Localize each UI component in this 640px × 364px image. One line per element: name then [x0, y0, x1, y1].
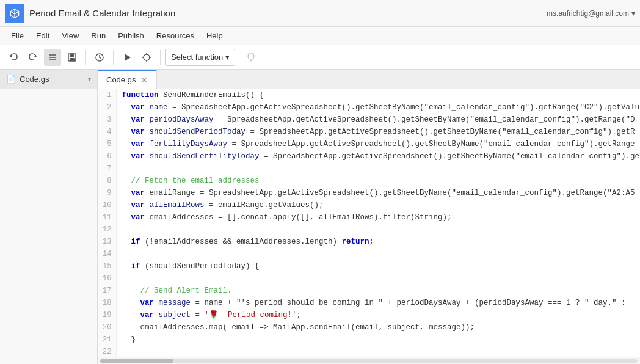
line-number: 13 — [98, 236, 117, 248]
tab-code-gs[interactable]: Code.gs ✕ — [98, 70, 157, 89]
line-content[interactable]: var shouldSendFertilityToday = Spreadshe… — [117, 150, 640, 162]
save-icon — [67, 53, 77, 62]
line-content[interactable]: function SendReminderEmails() { — [117, 89, 640, 101]
svg-rect-4 — [70, 54, 74, 57]
menu-file[interactable]: File — [5, 29, 30, 43]
svg-marker-7 — [125, 54, 131, 61]
scroll-thumb[interactable] — [100, 359, 173, 363]
table-row: 19 var subject = '🌹 Period coming!'; — [98, 309, 640, 321]
table-row: 13 if (!emailAddresses && emailAddresses… — [98, 236, 640, 248]
horizontal-scrollbar[interactable] — [98, 357, 640, 364]
table-row: 4 var shouldSendPeriodToday = Spreadshee… — [98, 126, 640, 138]
debug-button[interactable] — [138, 49, 155, 66]
table-row: 6 var shouldSendFertilityToday = Spreads… — [98, 150, 640, 162]
line-content[interactable]: var periodDaysAway = SpreadsheetApp.getA… — [117, 114, 640, 126]
user-dropdown-icon: ▾ — [631, 9, 635, 18]
line-number: 15 — [98, 260, 117, 272]
line-number: 8 — [98, 175, 117, 187]
separator-3 — [160, 50, 161, 65]
table-row: 12 — [98, 224, 640, 236]
logo-icon — [5, 4, 24, 23]
line-content[interactable]: var subject = '🌹 Period coming!'; — [117, 309, 640, 321]
function-select-label: Select function — [171, 53, 223, 62]
app-title: Period Email & Calendar Integration — [29, 8, 175, 18]
line-content[interactable]: } — [117, 333, 640, 346]
line-number: 4 — [98, 126, 117, 138]
line-number: 21 — [98, 333, 117, 346]
line-content[interactable]: var emailRange = SpreadsheetApp.getActiv… — [117, 187, 640, 199]
menu-help[interactable]: Help — [200, 29, 229, 43]
function-select-dropdown[interactable]: Select function ▾ — [165, 49, 235, 66]
run-icon — [122, 53, 132, 62]
line-number: 10 — [98, 199, 117, 211]
table-row: 7 — [98, 162, 640, 175]
menu-run[interactable]: Run — [85, 29, 112, 43]
menu-view[interactable]: View — [56, 29, 85, 43]
table-row: 3 var periodDaysAway = SpreadsheetApp.ge… — [98, 114, 640, 126]
line-content[interactable]: var name = SpreadsheetApp.getActiveSprea… — [117, 101, 640, 114]
lightbulb-button[interactable] — [242, 49, 260, 66]
menu-publish[interactable]: Publish — [112, 29, 150, 43]
indent-button[interactable] — [44, 49, 61, 66]
undo-button[interactable] — [5, 49, 22, 66]
line-content[interactable]: var fertilityDaysAway = SpreadsheetApp.g… — [117, 138, 640, 150]
lightbulb-icon — [246, 53, 256, 62]
line-content[interactable]: var emailAddresses = [].concat.apply([],… — [117, 211, 640, 224]
history-icon — [95, 53, 104, 62]
line-content[interactable]: if (shouldSendPeriodToday) { — [117, 260, 640, 272]
table-row: 10 var allEmailRows = emailRange.getValu… — [98, 199, 640, 211]
toolbar-right — [242, 49, 260, 66]
table-row: 22 — [98, 346, 640, 357]
menu-resources[interactable]: Resources — [150, 29, 200, 43]
table-row: 5 var fertilityDaysAway = SpreadsheetApp… — [98, 138, 640, 150]
table-row: 14 — [98, 248, 640, 260]
code-table: 1function SendReminderEmails() {2 var na… — [98, 89, 640, 357]
line-number: 5 — [98, 138, 117, 150]
scroll-track[interactable] — [100, 359, 638, 363]
menu-edit[interactable]: Edit — [30, 29, 56, 43]
line-content[interactable]: var allEmailRows = emailRange.getValues(… — [117, 199, 640, 211]
table-row: 17 // Send Alert Email. — [98, 285, 640, 297]
line-content[interactable]: var shouldSendPeriodToday = SpreadsheetA… — [117, 126, 640, 138]
separator-2 — [113, 50, 114, 65]
logo-area: Period Email & Calendar Integration — [5, 4, 175, 23]
user-menu[interactable]: ms.aufrichtig@gmail.com ▾ — [547, 9, 635, 18]
line-content[interactable] — [117, 162, 640, 175]
save-button[interactable] — [64, 49, 81, 66]
table-row: 18 var message = name + "'s period shoul… — [98, 297, 640, 309]
undo-icon — [9, 53, 18, 62]
line-content[interactable]: if (!emailAddresses && emailAddresses.le… — [117, 236, 640, 248]
line-content[interactable]: emailAddresses.map( email => MailApp.sen… — [117, 321, 640, 333]
history-button[interactable] — [91, 49, 108, 66]
run-button[interactable] — [118, 49, 136, 66]
line-content[interactable]: var message = name + "'s period should b… — [117, 297, 640, 309]
sidebar-filename: Code.gs — [20, 75, 49, 84]
line-content[interactable]: // Send Alert Email. — [117, 285, 640, 297]
line-number: 17 — [98, 285, 117, 297]
toolbar: Select function ▾ — [0, 45, 640, 70]
tab-label: Code.gs — [106, 75, 136, 84]
menu-bar: File Edit View Run Publish Resources Hel… — [0, 27, 640, 45]
file-icon: 📄 — [6, 75, 16, 84]
redo-button[interactable] — [24, 49, 42, 66]
line-number: 20 — [98, 321, 117, 333]
code-editor[interactable]: 1function SendReminderEmails() {2 var na… — [98, 89, 640, 357]
tab-close-button[interactable]: ✕ — [140, 76, 148, 84]
line-content[interactable] — [117, 346, 640, 357]
table-row: 21 } — [98, 333, 640, 346]
line-content[interactable] — [117, 272, 640, 285]
table-row: 20 emailAddresses.map( email => MailApp.… — [98, 321, 640, 333]
line-number: 2 — [98, 101, 117, 114]
redo-icon — [28, 53, 38, 62]
line-content[interactable] — [117, 224, 640, 236]
table-row: 9 var emailRange = SpreadsheetApp.getAct… — [98, 187, 640, 199]
line-number: 14 — [98, 248, 117, 260]
sidebar-file-item[interactable]: 📄 Code.gs ▾ — [0, 70, 97, 89]
line-number: 12 — [98, 224, 117, 236]
line-content[interactable]: // Fetch the email addresses — [117, 175, 640, 187]
svg-point-8 — [144, 54, 150, 60]
line-content[interactable] — [117, 248, 640, 260]
line-number: 11 — [98, 211, 117, 224]
line-number: 6 — [98, 150, 117, 162]
line-number: 7 — [98, 162, 117, 175]
